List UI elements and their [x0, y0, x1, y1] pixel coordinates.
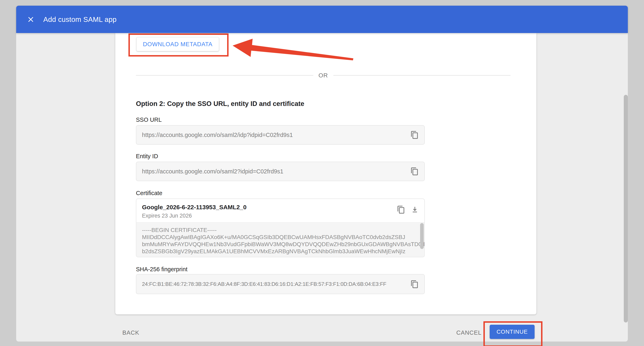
- sso-url-field: https://accounts.google.com/o/saml2/idp?…: [136, 125, 425, 145]
- or-divider-line-right: [333, 75, 511, 76]
- sso-url-value: https://accounts.google.com/o/saml2/idp?…: [142, 132, 410, 138]
- close-icon[interactable]: [26, 15, 35, 24]
- add-custom-saml-app-dialog: Add custom SAML app DOWNLOAD METADATA OR…: [16, 6, 628, 341]
- or-divider: OR: [136, 72, 510, 79]
- certificate-text: -----BEGIN CERTIFICATE----- MIIDdDCCAlyg…: [142, 227, 424, 255]
- sha256-fingerprint-label: SHA-256 fingerprint: [136, 266, 188, 273]
- entity-id-field: https://accounts.google.com/o/saml2?idpi…: [136, 162, 425, 181]
- copy-certificate-button[interactable]: [397, 205, 406, 215]
- entity-id-label: Entity ID: [136, 153, 158, 160]
- page-background: Add custom SAML app DOWNLOAD METADATA OR…: [0, 0, 644, 346]
- certificate-name: Google_2026-6-22-113953_SAML2_0: [142, 204, 246, 211]
- sso-url-label: SSO URL: [136, 116, 162, 123]
- annotation-arrow: [229, 37, 354, 61]
- copy-entity-id-button[interactable]: [410, 166, 419, 176]
- certificate-body: -----BEGIN CERTIFICATE----- MIIDdDCCAlyg…: [136, 222, 425, 257]
- content-copy-icon: [410, 167, 419, 176]
- annotation-box-download-metadata: [128, 34, 228, 57]
- copy-sha256-button[interactable]: [410, 279, 419, 289]
- sha256-fingerprint-field: 24:FC:B1:BE:46:72:78:3B:32:F6:AB:A4:8F:3…: [136, 274, 425, 294]
- back-button[interactable]: BACK: [122, 329, 139, 336]
- dialog-header: Add custom SAML app: [16, 6, 628, 33]
- certificate-label: Certificate: [136, 190, 162, 197]
- download-certificate-button[interactable]: [410, 205, 420, 215]
- close-x-glyph: [27, 15, 35, 24]
- certificate-expiry: Expires 23 Jun 2026: [142, 213, 192, 219]
- option2-heading: Option 2: Copy the SSO URL, entity ID an…: [136, 100, 304, 108]
- certificate-line: bmMuMRYwFAYDVQQHEw1Nb3VudGFpbiBWaWV3MQ8w…: [142, 241, 424, 248]
- copy-sso-url-button[interactable]: [410, 130, 419, 140]
- page-scrollbar[interactable]: [624, 95, 628, 322]
- entity-id-value: https://accounts.google.com/o/saml2?idpi…: [142, 168, 410, 175]
- content-copy-icon: [410, 280, 419, 288]
- annotation-box-continue: [484, 321, 542, 346]
- certificate-line: -----BEGIN CERTIFICATE-----: [142, 227, 424, 234]
- content-card: DOWNLOAD METADATA OR Option 2: Copy the …: [115, 33, 536, 314]
- cancel-button[interactable]: CANCEL: [456, 329, 482, 336]
- dialog-title: Add custom SAML app: [43, 15, 116, 24]
- certificate-card: Google_2026-6-22-113953_SAML2_0 Expires …: [136, 199, 425, 257]
- certificate-card-header: Google_2026-6-22-113953_SAML2_0 Expires …: [136, 199, 425, 222]
- sha256-fingerprint-value: 24:FC:B1:BE:46:72:78:3B:32:F6:AB:A4:8F:3…: [142, 281, 410, 287]
- certificate-line: b2dsZSBGb3IgV29yazELMAkGA1UEBhMCVVMxEzAR…: [142, 248, 424, 255]
- download-icon: [410, 205, 419, 214]
- content-copy-icon: [410, 131, 419, 139]
- certificate-scrollbar[interactable]: [420, 223, 424, 249]
- content-copy-icon: [397, 205, 405, 214]
- or-divider-line-left: [136, 75, 313, 76]
- certificate-line: MIIDdDCCAlygAwIBAgIGAXo6K+u/MA0GCSqGSIb3…: [142, 234, 424, 241]
- or-label: OR: [313, 72, 333, 79]
